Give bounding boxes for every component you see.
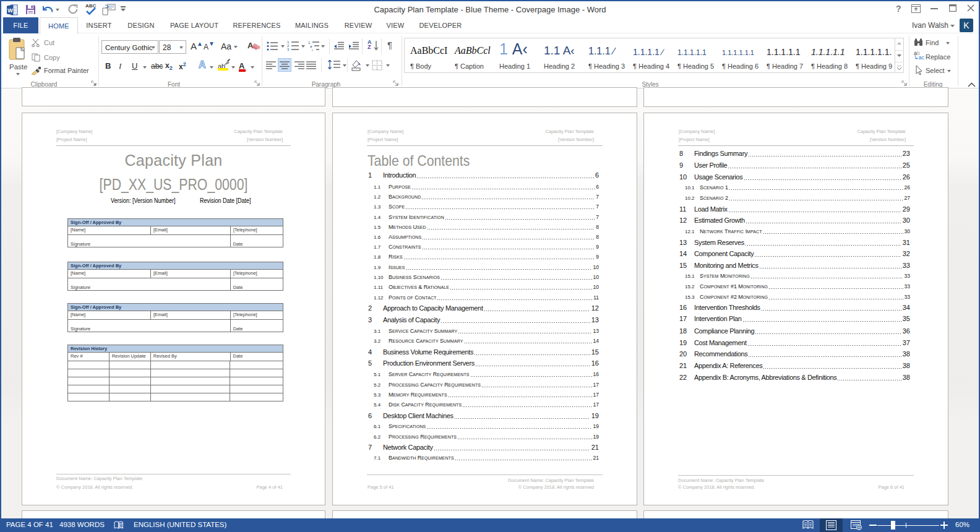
svg-text:i: i <box>312 48 312 51</box>
svg-text:3: 3 <box>287 48 290 51</box>
svg-text:W: W <box>7 7 13 14</box>
